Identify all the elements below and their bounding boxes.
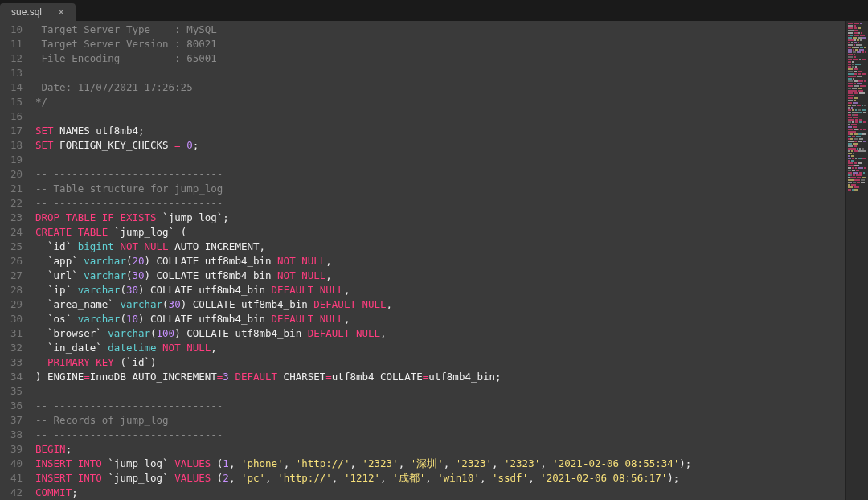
token: ) COLLATE utf8mb4_bin bbox=[138, 284, 272, 296]
line-number: 41 bbox=[0, 471, 23, 486]
close-icon[interactable]: × bbox=[58, 6, 64, 18]
code-line[interactable]: CREATE TABLE `jump_log` ( bbox=[35, 225, 845, 240]
code-line[interactable]: Target Server Version : 80021 bbox=[35, 37, 845, 51]
code-line[interactable]: -- ---------------------------- bbox=[35, 196, 845, 211]
code-line[interactable]: ) ENGINE=InnoDB AUTO_INCREMENT=3 DEFAULT… bbox=[35, 370, 845, 384]
token bbox=[35, 255, 47, 267]
code-line[interactable]: `area_name` varchar(30) COLLATE utf8mb4_… bbox=[35, 297, 845, 312]
editor[interactable]: 1011121314151617181920212223242526272829… bbox=[0, 21, 868, 500]
token bbox=[35, 342, 47, 354]
token: NULL bbox=[320, 284, 344, 296]
token: DROP bbox=[35, 211, 59, 223]
token: NOT bbox=[277, 269, 296, 281]
code-line[interactable]: BEGIN; bbox=[35, 442, 845, 457]
code-line[interactable]: DROP TABLE IF EXISTS `jump_log`; bbox=[35, 211, 845, 225]
token bbox=[96, 211, 102, 223]
code-line[interactable] bbox=[35, 66, 845, 80]
code-line[interactable] bbox=[35, 384, 845, 399]
token: 'win10' bbox=[437, 472, 480, 484]
code-line[interactable] bbox=[35, 153, 845, 167]
line-number: 15 bbox=[0, 95, 23, 109]
token: ; bbox=[72, 486, 78, 498]
token: ( bbox=[120, 313, 126, 325]
line-number: 25 bbox=[0, 240, 23, 254]
token: AUTO_INCREMENT, bbox=[169, 240, 265, 252]
line-number: 39 bbox=[0, 442, 23, 457]
token bbox=[138, 240, 145, 252]
token bbox=[35, 284, 47, 296]
token: , bbox=[326, 255, 332, 267]
token: , bbox=[229, 457, 241, 469]
token: InnoDB AUTO_INCREMENT bbox=[90, 371, 217, 383]
token: 0 bbox=[186, 139, 193, 151]
code-line[interactable]: `url` varchar(30) COLLATE utf8mb4_bin NO… bbox=[35, 268, 845, 283]
code-line[interactable]: File Encoding : 65001 bbox=[35, 51, 845, 66]
code-line[interactable]: -- ---------------------------- bbox=[35, 399, 845, 413]
code-line[interactable]: SET FOREIGN_KEY_CHECKS = 0; bbox=[35, 138, 845, 153]
token: FOREIGN_KEY_CHECKS bbox=[54, 139, 175, 151]
code-line[interactable]: INSERT INTO `jump_log` VALUES (1, 'phone… bbox=[35, 457, 845, 471]
token: DEFAULT bbox=[235, 371, 277, 383]
code-line[interactable]: `ip` varchar(30) COLLATE utf8mb4_bin DEF… bbox=[35, 283, 845, 297]
code-line[interactable]: SET NAMES utf8mb4; bbox=[35, 124, 845, 138]
line-number: 11 bbox=[0, 37, 23, 51]
code-area[interactable]: Target Server Type : MySQL Target Server… bbox=[27, 21, 845, 500]
file-tab[interactable]: sue.sql × bbox=[0, 3, 76, 21]
code-line[interactable]: -- Records of jump_log bbox=[35, 413, 845, 428]
token bbox=[169, 472, 175, 484]
token: File Encoding : 65001 bbox=[35, 52, 217, 64]
token: 30 bbox=[126, 284, 138, 296]
token: , bbox=[444, 457, 456, 469]
code-line[interactable]: Target Server Type : MySQL bbox=[35, 23, 845, 37]
code-line[interactable] bbox=[35, 109, 845, 124]
token: INSERT bbox=[35, 472, 72, 484]
code-line[interactable]: -- ---------------------------- bbox=[35, 167, 845, 182]
token: NULL bbox=[301, 269, 326, 281]
token bbox=[72, 313, 78, 325]
code-line[interactable]: Date: 11/07/2021 17:26:25 bbox=[35, 80, 845, 95]
code-line[interactable]: `os` varchar(10) COLLATE utf8mb4_bin DEF… bbox=[35, 312, 845, 326]
code-line[interactable]: `app` varchar(20) COLLATE utf8mb4_bin NO… bbox=[35, 254, 845, 268]
token: `area_name` bbox=[47, 298, 114, 310]
token: */ bbox=[35, 96, 47, 108]
token: '2021-02-06 08:55:34' bbox=[552, 457, 679, 469]
line-number: 42 bbox=[0, 486, 23, 500]
token: 3 bbox=[223, 371, 229, 383]
token: NOT bbox=[120, 240, 138, 252]
code-line[interactable]: */ bbox=[35, 95, 845, 109]
token bbox=[108, 226, 114, 238]
code-line[interactable]: PRIMARY KEY (`id`) bbox=[35, 355, 845, 370]
token: , bbox=[528, 472, 540, 484]
line-number: 22 bbox=[0, 196, 23, 211]
token: NULL bbox=[145, 240, 169, 252]
code-line[interactable]: `browser` varchar(100) COLLATE utf8mb4_b… bbox=[35, 326, 845, 341]
code-line[interactable]: COMMIT; bbox=[35, 486, 845, 500]
token: `jump_log` bbox=[114, 226, 174, 238]
code-line[interactable]: -- Table structure for jump_log bbox=[35, 182, 845, 196]
code-line[interactable]: -- ---------------------------- bbox=[35, 428, 845, 442]
token: ); bbox=[667, 472, 679, 484]
token: , bbox=[380, 472, 392, 484]
token: ) COLLATE utf8mb4_bin bbox=[145, 255, 278, 267]
token: `in_date` bbox=[47, 342, 102, 354]
token: , bbox=[229, 472, 241, 484]
token bbox=[157, 342, 163, 354]
tab-bar: sue.sql × bbox=[0, 0, 868, 21]
token: datetime bbox=[108, 342, 156, 354]
token: 30 bbox=[132, 269, 144, 281]
tab-label: sue.sql bbox=[11, 6, 42, 18]
line-number: 16 bbox=[0, 109, 23, 124]
token: , bbox=[387, 298, 393, 310]
token: varchar bbox=[120, 298, 162, 310]
code-line[interactable]: `in_date` datetime NOT NULL, bbox=[35, 341, 845, 355]
code-line[interactable]: INSERT INTO `jump_log` VALUES (2, 'pc', … bbox=[35, 471, 845, 486]
token: = bbox=[326, 371, 332, 383]
line-number: 12 bbox=[0, 51, 23, 66]
code-line[interactable]: `id` bigint NOT NULL AUTO_INCREMENT, bbox=[35, 240, 845, 254]
token: 10 bbox=[126, 313, 138, 325]
line-number: 33 bbox=[0, 355, 23, 370]
token: ) ENGINE bbox=[35, 371, 84, 383]
token: CHARSET bbox=[277, 371, 326, 383]
token: ) COLLATE utf8mb4_bin bbox=[138, 313, 272, 325]
minimap[interactable] bbox=[845, 21, 868, 500]
